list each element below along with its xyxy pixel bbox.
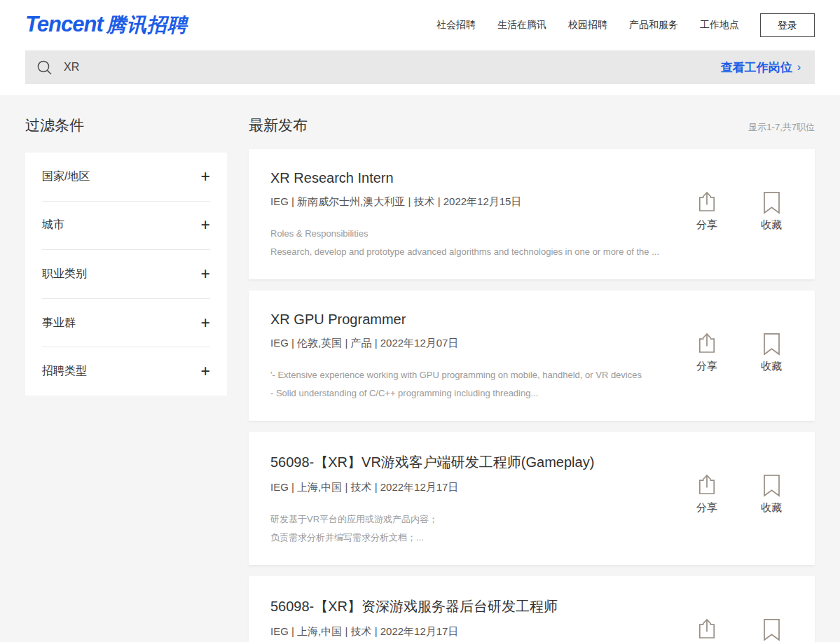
results-count: 显示1-7,共7职位: [748, 121, 815, 134]
job-description-line: '- Extensive experience working with GPU…: [270, 366, 675, 384]
job-meta: IEG | 上海,中国 | 技术 | 2022年12月17日: [270, 625, 675, 638]
job-description: 研发基于VR平台的应用或游戏产品内容； 负责需求分析并编写需求分析文档；...: [270, 510, 675, 547]
search-input[interactable]: [62, 60, 721, 74]
filter-label: 事业群: [42, 316, 76, 330]
job-actions: 分享 收藏: [694, 191, 784, 232]
results-main: 最新发布 显示1-7,共7职位 XR Research Intern IEG |…: [249, 95, 815, 642]
logo-latin-text: Tencent: [25, 12, 103, 37]
bookmark-button[interactable]: 收藏: [759, 333, 784, 373]
filter-label: 城市: [42, 218, 64, 232]
nav-item-products-services[interactable]: 产品和服务: [629, 19, 678, 32]
job-description-line: 负责需求分析并编写需求分析文档；...: [270, 529, 675, 547]
nav-item-life-at-tencent[interactable]: 生活在腾讯: [497, 19, 546, 32]
plus-icon: +: [201, 217, 210, 233]
nav-item-experienced-hires[interactable]: 社会招聘: [436, 19, 476, 32]
search-icon: [36, 60, 53, 76]
search-bar: 查看工作岗位 ›: [25, 50, 815, 84]
plus-icon: +: [201, 169, 210, 185]
nav-item-locations[interactable]: 工作地点: [700, 19, 739, 32]
plus-icon: +: [201, 363, 210, 379]
chevron-right-icon: ›: [797, 61, 801, 74]
bookmark-icon: [763, 618, 780, 641]
share-button[interactable]: 分享: [694, 191, 719, 232]
bookmark-label: 收藏: [761, 360, 782, 373]
filter-item-job-category[interactable]: 职业类别 +: [42, 250, 210, 299]
bookmark-label: 收藏: [761, 501, 782, 515]
job-title[interactable]: 56098-【XR】资深游戏服务器后台研发工程师: [270, 597, 675, 616]
job-actions: 分享 收藏: [694, 333, 784, 373]
job-card[interactable]: XR GPU Programmer IEG | 伦敦,英国 | 产品 | 202…: [249, 291, 815, 421]
filter-item-country-region[interactable]: 国家/地区 +: [42, 153, 210, 202]
job-description-line: Research, develop and prototype advanced…: [270, 243, 675, 261]
job-meta: IEG | 伦敦,英国 | 产品 | 2022年12月07日: [270, 337, 675, 350]
header: Tencent 腾讯招聘 社会招聘 生活在腾讯 校园招聘 产品和服务 工作地点 …: [0, 0, 840, 95]
filter-item-recruit-type[interactable]: 招聘类型 +: [42, 347, 210, 396]
share-label: 分享: [696, 501, 717, 515]
filter-label: 招聘类型: [42, 364, 87, 379]
job-meta: IEG | 上海,中国 | 技术 | 2022年12月17日: [270, 481, 675, 494]
share-button[interactable]: 分享: [694, 474, 719, 515]
filter-sidebar: 过滤条件 国家/地区 + 城市 + 职业类别 + 事业群 +: [25, 95, 227, 396]
nav-item-campus-recruiting[interactable]: 校园招聘: [568, 19, 607, 32]
tencent-logo[interactable]: Tencent 腾讯招聘: [25, 12, 188, 39]
bookmark-button[interactable]: 收藏: [759, 618, 784, 642]
login-button[interactable]: 登录: [760, 13, 815, 37]
bookmark-icon: [763, 474, 780, 497]
job-actions: 分享 收藏: [694, 618, 784, 642]
content-area: 过滤条件 国家/地区 + 城市 + 职业类别 + 事业群 +: [0, 95, 840, 642]
logo-cjk-text: 腾讯招聘: [106, 12, 188, 39]
share-icon: [696, 474, 717, 497]
share-label: 分享: [696, 218, 717, 232]
job-card[interactable]: 56098-【XR】VR游戏客户端研发工程师(Gameplay) IEG | 上…: [249, 432, 815, 565]
job-title[interactable]: XR GPU Programmer: [270, 312, 675, 328]
job-card[interactable]: XR Research Intern IEG | 新南威尔士州,澳大利亚 | 技…: [249, 149, 815, 279]
share-icon: [696, 333, 717, 356]
job-description-line: 研发基于VR平台的应用或游戏产品内容；: [270, 510, 675, 529]
job-title[interactable]: 56098-【XR】VR游戏客户端研发工程师(Gameplay): [270, 453, 675, 472]
share-button[interactable]: 分享: [694, 333, 719, 373]
bookmark-label: 收藏: [761, 218, 782, 232]
job-meta: IEG | 新南威尔士州,澳大利亚 | 技术 | 2022年12月15日: [270, 195, 675, 209]
bookmark-button[interactable]: 收藏: [759, 191, 784, 232]
job-description: Roles & Responsibilities Research, devel…: [270, 225, 675, 261]
share-button[interactable]: 分享: [694, 618, 719, 642]
filter-item-business-group[interactable]: 事业群 +: [42, 299, 210, 348]
filter-panel: 国家/地区 + 城市 + 职业类别 + 事业群 + 招聘类型 +: [25, 153, 227, 396]
results-title: 最新发布: [249, 116, 308, 135]
view-jobs-link[interactable]: 查看工作岗位 ›: [721, 60, 801, 76]
plus-icon: +: [201, 266, 210, 282]
job-actions: 分享 收藏: [694, 474, 784, 515]
header-row: Tencent 腾讯招聘 社会招聘 生活在腾讯 校园招聘 产品和服务 工作地点 …: [25, 0, 815, 50]
page: Tencent 腾讯招聘 社会招聘 生活在腾讯 校园招聘 产品和服务 工作地点 …: [0, 0, 840, 642]
job-description-line: Roles & Responsibilities: [270, 225, 675, 243]
filter-item-city[interactable]: 城市 +: [42, 202, 210, 251]
job-title[interactable]: XR Research Intern: [270, 170, 675, 186]
bookmark-button[interactable]: 收藏: [759, 474, 784, 515]
view-jobs-label: 查看工作岗位: [721, 60, 792, 76]
job-description: '- Extensive experience working with GPU…: [270, 366, 675, 403]
share-icon: [696, 191, 717, 214]
results-header: 最新发布 显示1-7,共7职位: [249, 116, 815, 135]
job-card[interactable]: 56098-【XR】资深游戏服务器后台研发工程师 IEG | 上海,中国 | 技…: [249, 576, 815, 642]
filter-sidebar-title: 过滤条件: [25, 116, 227, 135]
main-nav: 社会招聘 生活在腾讯 校园招聘 产品和服务 工作地点 登录: [415, 13, 815, 37]
share-label: 分享: [696, 360, 717, 373]
job-description-line: - Solid understanding of C/C++ programmi…: [270, 384, 675, 403]
share-icon: [696, 618, 717, 641]
bookmark-icon: [763, 333, 780, 356]
filter-label: 国家/地区: [42, 169, 90, 184]
plus-icon: +: [201, 315, 210, 331]
bookmark-icon: [763, 191, 780, 214]
filter-label: 职业类别: [42, 267, 87, 281]
